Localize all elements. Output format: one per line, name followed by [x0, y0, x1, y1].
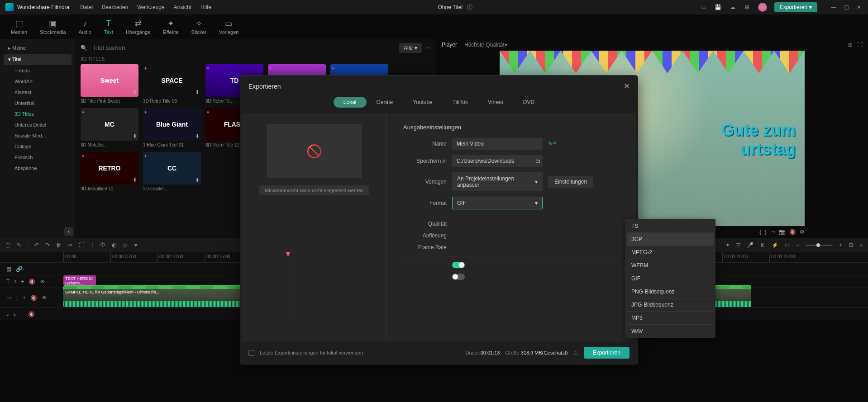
close-icon[interactable]: ✕ [855, 4, 863, 11]
mark-in-icon[interactable]: { [759, 229, 761, 235]
crop-icon[interactable]: ⛶ [79, 242, 84, 248]
format-option[interactable]: JPG-Bildsequenz [627, 298, 714, 312]
nav-tab-stockmedia[interactable]: ▣Stockmedia [40, 19, 66, 35]
mute-icon[interactable]: 🔇 [789, 229, 796, 235]
export-tab-youtube[interactable]: Youtube [403, 97, 443, 108]
sidebar-item[interactable]: Unteres Drittel [4, 119, 72, 130]
thumbnail-item[interactable]: ♦Sweet⬇3D Title Pink Sweet [81, 64, 138, 104]
download-icon[interactable]: ⬇ [195, 133, 200, 139]
nav-tab-medien[interactable]: ⬚Medien [11, 19, 27, 35]
menu-edit[interactable]: Bearbeiten [102, 4, 128, 10]
format-option[interactable]: MP3 [627, 312, 714, 325]
format-option[interactable]: PNG-Bildsequenz [627, 285, 714, 298]
sidebar-item[interactable]: Soziale Med... [4, 130, 72, 141]
warning-icon[interactable]: ⚠ [573, 350, 578, 356]
template-select[interactable]: An Projekteinstellungen anpasser▾ [452, 172, 543, 191]
track-mute-icon[interactable]: 🔇 [28, 311, 35, 317]
format-option[interactable]: MPEG-2 [627, 246, 714, 259]
download-icon[interactable]: ⬇ [133, 177, 137, 183]
undo-icon[interactable]: ↶ [34, 242, 39, 248]
snap-icon[interactable]: ▭ [785, 242, 790, 248]
sidebar-item[interactable]: Collage [4, 141, 72, 152]
mic-icon[interactable]: 🎤 [747, 242, 754, 248]
menu-view[interactable]: Ansicht [174, 4, 191, 10]
thumbnail-item[interactable]: ♦SPACE⬇3D Retro Title 06 [143, 64, 201, 104]
split-icon[interactable]: ✂ [68, 242, 72, 248]
expand-icon[interactable]: ⛶ [857, 42, 863, 48]
sidebar-item[interactable]: Klartext [4, 87, 72, 98]
user-avatar[interactable] [758, 3, 767, 12]
settings-button[interactable]: Einstellungen [548, 176, 593, 188]
filter-dropdown[interactable]: Alle ▾ [399, 43, 422, 53]
track-add-icon[interactable]: + [20, 311, 24, 317]
ai-tool-icon[interactable]: ✦ [725, 242, 730, 248]
format-option[interactable]: GIF [627, 272, 714, 285]
settings-icon[interactable]: ⚙ [800, 229, 805, 235]
thumbnail-item[interactable]: ♦CC⬇3D-Eistitel ... [143, 152, 201, 191]
download-icon[interactable]: ⬇ [195, 89, 200, 95]
apps-icon[interactable]: ⊞ [744, 4, 751, 11]
text-clip[interactable]: TEXT HERE für Geburts... [63, 275, 96, 285]
edit-tool-icon[interactable]: ✎ [17, 242, 21, 248]
download-icon[interactable]: ⬇ [133, 89, 137, 95]
keyframe-icon[interactable]: ◇ [123, 242, 127, 248]
sidebar-item[interactable]: Trends [4, 65, 72, 76]
thumbnail-item[interactable]: ♦Blue Giant⬇1 Blue Giant Titel 01 [143, 108, 201, 147]
save-path-input[interactable] [452, 155, 543, 167]
menu-file[interactable]: Datei [80, 4, 93, 10]
sidebar-item[interactable]: WordArt [4, 76, 72, 87]
zoom-out-icon[interactable]: − [796, 242, 799, 248]
nav-tab-sticker[interactable]: ✧Sticker [191, 19, 206, 35]
thumbnail-item[interactable]: ♦MC⬇3D Metallic... [81, 108, 138, 147]
nav-tab-audio[interactable]: ♪Audio [79, 19, 91, 35]
info-icon[interactable]: ⓘ [466, 4, 473, 11]
download-icon[interactable]: ⬇ [195, 177, 200, 183]
marker2-icon[interactable]: ▽ [736, 242, 740, 248]
monitor-icon[interactable]: ▭ [700, 4, 707, 11]
quality-dropdown[interactable]: Höchste Qualität▾ [464, 42, 507, 48]
save-icon[interactable]: 💾 [715, 4, 722, 11]
export-action-button[interactable]: Exportieren [584, 347, 630, 359]
export-tab-vimeo[interactable]: Vimeo [478, 97, 513, 108]
zoom-in-icon[interactable]: + [839, 242, 842, 248]
modal-close-icon[interactable]: ✕ [624, 82, 630, 90]
format-option[interactable]: 3GP [627, 233, 714, 246]
marker-icon[interactable]: ▼ [133, 242, 138, 248]
player-tab[interactable]: Player [442, 42, 457, 48]
export-tab-lokal[interactable]: Lokal [334, 97, 367, 108]
redo-icon[interactable]: ↷ [45, 242, 50, 248]
grid-icon[interactable]: ⊞ [848, 42, 853, 48]
sidebar-item[interactable]: Untertitel [4, 98, 72, 109]
more-icon[interactable]: ⋯ [425, 45, 431, 51]
track-add-icon[interactable]: + [23, 295, 26, 301]
format-option[interactable]: WEBM [627, 259, 714, 272]
thumbnail-item[interactable]: ♦RETRO⬇3D-Metalltitel 10 [81, 152, 138, 191]
maximize-icon[interactable]: ▢ [843, 4, 850, 11]
export-button[interactable]: Exportieren ▾ [774, 2, 817, 12]
render-icon[interactable]: ⚡ [772, 242, 778, 248]
export-tab-tiktok[interactable]: TikTok [443, 97, 478, 108]
track-mute-icon[interactable]: 🔇 [29, 279, 35, 285]
menu-help[interactable]: Hilfe [200, 4, 211, 10]
zoom-fit-icon[interactable]: ⊡ [849, 242, 853, 248]
select-tool-icon[interactable]: ⬚ [5, 242, 10, 248]
cloud-icon[interactable]: ☁ [729, 4, 736, 11]
nav-tab-übergänge[interactable]: ⇄Übergänge [126, 19, 150, 35]
sidebar-item[interactable]: Filmisch [4, 152, 72, 163]
tree-titel[interactable]: ▾ Titel [4, 54, 72, 65]
download-icon[interactable]: ⬇ [133, 133, 137, 139]
nav-tab-text[interactable]: TText [104, 19, 113, 35]
track-mute-icon[interactable]: 🔇 [30, 295, 37, 301]
toggle-2[interactable] [452, 274, 465, 280]
playhead[interactable] [288, 252, 288, 320]
fullscreen-icon[interactable]: ▭ [770, 229, 775, 235]
tree-meine[interactable]: ▸ Meine [4, 43, 72, 54]
menu-tools[interactable]: Werkzeuge [137, 4, 164, 10]
sidebar-item[interactable]: Abspänne [4, 163, 72, 174]
color-icon[interactable]: ◐ [112, 242, 116, 248]
track-add-icon[interactable]: + [21, 279, 24, 285]
collapse-sidebar-icon[interactable]: ‹ [64, 227, 73, 236]
search-input[interactable] [91, 43, 396, 53]
export-tab-geräte[interactable]: Geräte [367, 97, 403, 108]
timeline-options-icon[interactable]: ≡ [859, 242, 863, 248]
